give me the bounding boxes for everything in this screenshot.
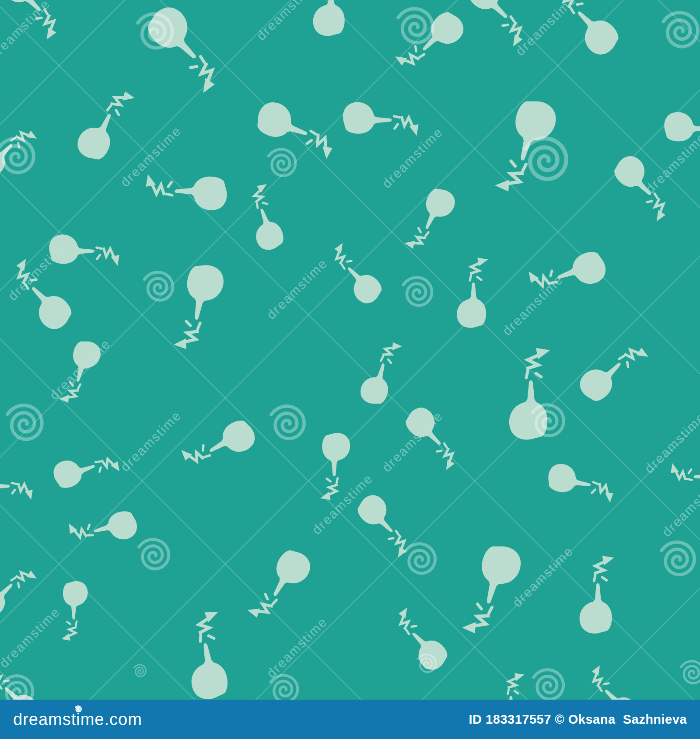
seamless-pattern-canvas: dreamstimedreamstimedreamstimedreamstime… bbox=[0, 0, 700, 700]
stock-image-preview: dreamstimedreamstimedreamstimedreamstime… bbox=[0, 0, 700, 739]
image-credit-text: ID 183317557 © Oksana Sazhnieva bbox=[469, 712, 687, 727]
dreamstime-logo: dreamstime.com bbox=[13, 710, 142, 729]
dreamstime-logo-spiral-icon bbox=[73, 704, 84, 715]
watermark-footer-bar: dreamstime.com ID 183317557 © Oksana Saz… bbox=[0, 700, 700, 739]
